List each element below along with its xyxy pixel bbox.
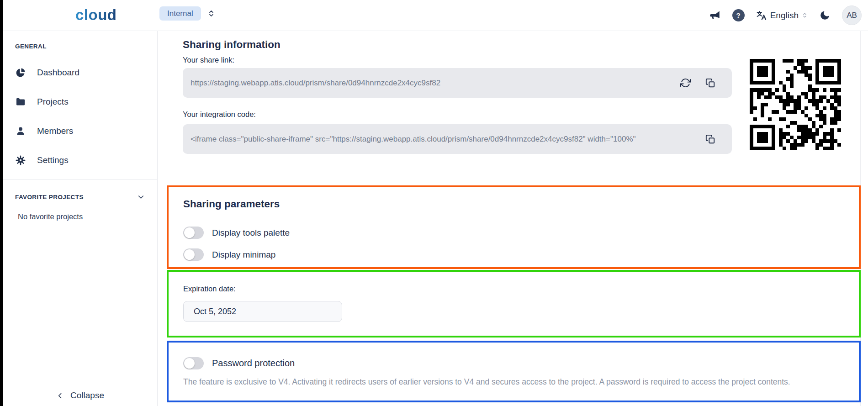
favorite-projects-label: FAVORITE PROJECTS <box>15 194 84 200</box>
language-selector[interactable]: English <box>756 10 808 21</box>
toggle-row: Display tools palette <box>183 227 290 239</box>
copy-link-icon[interactable] <box>705 78 715 88</box>
share-link-field: https://staging.webapp.atis.cloud/prism/… <box>183 68 732 98</box>
toggle-label: Display tools palette <box>212 228 290 238</box>
display-minimap-toggle[interactable] <box>183 248 204 261</box>
top-bar: cloud Internal ? <box>3 0 868 31</box>
toggle-row: Password protection <box>183 357 295 369</box>
display-tools-palette-toggle[interactable] <box>183 227 204 239</box>
workspace-badge[interactable]: Internal <box>159 6 201 21</box>
help-icon[interactable]: ? <box>732 9 745 21</box>
regenerate-link-icon[interactable] <box>680 78 691 88</box>
sidebar-nav: Dashboard Projects Members <box>15 58 157 175</box>
person-icon <box>15 126 26 137</box>
qr-code <box>750 59 841 150</box>
toggle-row: Display minimap <box>183 248 275 261</box>
toggle-knob <box>184 249 195 260</box>
sidebar-item-label: Dashboard <box>37 68 79 78</box>
sidebar-item-label: Members <box>37 126 73 136</box>
screen-edge-strip <box>0 0 3 406</box>
workspace-selector[interactable]: Internal <box>159 6 215 21</box>
collapse-label: Collapse <box>70 390 104 401</box>
favorite-projects-header[interactable]: FAVORITE PROJECTS <box>15 193 157 201</box>
annotation-box-blue: Password protection The feature is exclu… <box>167 341 861 402</box>
sidebar-item-members[interactable]: Members <box>15 116 157 146</box>
page-title: Sharing information <box>183 39 281 51</box>
expiration-date-value: Oct 5, 2052 <box>194 307 236 316</box>
sidebar: GENERAL Dashboard Projects <box>3 31 158 406</box>
toggle-label: Display minimap <box>212 250 275 260</box>
copy-code-icon[interactable] <box>705 134 715 144</box>
expiration-date-label: Expiration date: <box>183 285 236 293</box>
chevron-down-icon[interactable] <box>137 193 145 201</box>
gear-icon <box>15 155 26 166</box>
sidebar-divider <box>3 179 157 180</box>
sidebar-item-settings[interactable]: Settings <box>15 146 157 175</box>
share-link-label: Your share link: <box>183 56 234 64</box>
user-avatar[interactable]: AB <box>842 5 862 25</box>
announcements-megaphone-icon[interactable] <box>709 10 721 21</box>
sidebar-item-projects[interactable]: Projects <box>15 87 157 116</box>
dark-mode-moon-icon[interactable] <box>819 10 831 21</box>
toggle-knob <box>184 227 195 238</box>
sidebar-item-label: Projects <box>37 97 69 107</box>
expiration-date-input[interactable]: Oct 5, 2052 <box>183 301 342 322</box>
favorites-empty-text: No favorite projects <box>15 212 157 221</box>
collapse-sidebar-button[interactable]: Collapse <box>3 390 157 401</box>
header-actions: ? English <box>709 0 862 31</box>
share-link-value[interactable]: https://staging.webapp.atis.cloud/prism/… <box>191 79 666 88</box>
sharing-parameters-title: Sharing parameters <box>183 198 280 210</box>
translate-icon <box>756 10 767 21</box>
integration-code-field: <iframe class="public-share-iframe" src=… <box>183 124 732 154</box>
annotation-box-orange: Sharing parameters Display tools palette… <box>167 185 861 269</box>
app-root: cloud Internal ? <box>0 0 868 406</box>
chevron-left-icon <box>56 392 64 400</box>
integration-code-label: Your integration code: <box>183 110 256 119</box>
password-protection-toggle[interactable] <box>183 357 204 369</box>
main-content: Sharing information Your share link: htt… <box>158 31 868 406</box>
password-protection-label: Password protection <box>212 358 295 369</box>
integration-code-value[interactable]: <iframe class="public-share-iframe" src=… <box>191 135 691 144</box>
language-chevron-icon <box>802 12 808 18</box>
sidebar-section-general: GENERAL <box>15 43 157 50</box>
language-label: English <box>770 11 799 21</box>
toggle-knob <box>184 358 195 369</box>
unfold-more-icon[interactable] <box>207 10 215 17</box>
sidebar-item-label: Settings <box>37 155 69 165</box>
app-logo[interactable]: cloud <box>75 6 117 24</box>
pie-chart-icon <box>15 67 26 78</box>
password-protection-description: The feature is exclusive to V4. Activati… <box>183 377 790 387</box>
sidebar-item-dashboard[interactable]: Dashboard <box>15 58 157 87</box>
annotation-box-green: Expiration date: Oct 5, 2052 <box>167 270 861 337</box>
folder-icon <box>15 96 26 107</box>
